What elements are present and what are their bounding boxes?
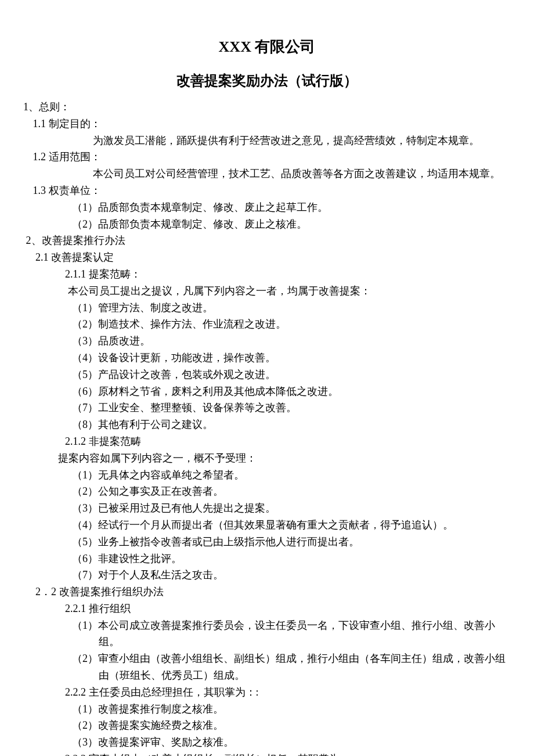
section-2-1-heading: 2.1 改善提案认定 xyxy=(23,249,511,266)
section-2-2-2-heading: 2.2.2 主任委员由总经理担任，其职掌为：: xyxy=(23,684,511,701)
section-1-heading: 1、总则： xyxy=(23,99,511,116)
list-item: （5）产品设计之改善，包装或外观之改进。 xyxy=(23,366,511,383)
list-item: （1）品质部负责本规章制定、修改、废止之起草工作。 xyxy=(23,199,511,216)
list-item: （2）审查小组由（改善小组组长、副组长）组成，推行小组由（各车间主任）组成，改善… xyxy=(23,650,511,684)
section-2-1-1-intro: 本公司员工提出之提议，凡属下列内容之一者，均属于改善提案： xyxy=(23,283,511,300)
list-item: （4）经试行一个月从而提出者（但其效果显著确有重大之贡献者，得予追追认）。 xyxy=(23,517,511,534)
section-2-1-2-heading: 2.1.2 非提案范畴 xyxy=(23,433,511,450)
section-1-1-heading: 1.1 制定目的： xyxy=(23,116,511,132)
list-item: （5）业务上被指令改善者或已由上级指示他人进行而提出者。 xyxy=(23,534,511,550)
section-2-1-1-heading: 2.1.1 提案范畴： xyxy=(23,266,511,283)
section-1-1-body: 为激发员工潜能，踊跃提供有利于经营改进之意见，提高经营绩效，特制定本规章。 xyxy=(23,132,511,149)
section-2-heading: 2、改善提案推行办法 xyxy=(23,232,511,249)
section-1-2-heading: 1.2 适用范围： xyxy=(23,149,511,165)
list-item: （7）对于个人及私生活之攻击。 xyxy=(23,567,511,584)
list-item: （3）已被采用过及已有他人先提出之提案。 xyxy=(23,500,511,517)
section-1-3-heading: 1.3 权责单位： xyxy=(23,182,511,199)
document-title-main: XXX 有限公司 xyxy=(23,35,511,59)
section-1-2-body: 本公司员工对公司经营管理，技术工艺、品质改善等各方面之改善建议，均适用本规章。 xyxy=(23,165,511,182)
list-item: （2）品质部负责本规章制定、修改、废止之核准。 xyxy=(23,216,511,233)
document-title-sub: 改善提案奖励办法（试行版） xyxy=(23,70,511,92)
list-item: （4）设备设计更新，功能改进，操作改善。 xyxy=(23,350,511,366)
list-item: （1）管理方法、制度之改进。 xyxy=(23,300,511,316)
section-2-1-2-intro: 提案内容如属下列内容之一，概不予受理： xyxy=(23,450,511,467)
section-2-2-1-heading: 2.2.1 推行组织 xyxy=(23,600,511,617)
list-item: （2）制造技术、操作方法、作业流程之改进。 xyxy=(23,316,511,333)
list-item: （6）非建设性之批评。 xyxy=(23,550,511,567)
list-item: （2）改善提案实施经费之核准。 xyxy=(23,717,511,734)
list-item: （1）无具体之内容或单纯之希望者。 xyxy=(23,467,511,484)
list-item: （7）工业安全、整理整顿、设备保养等之改善。 xyxy=(23,399,511,416)
list-item: （2）公知之事实及正在改善者。 xyxy=(23,483,511,500)
list-item: （3）改善提案评审、奖励之核准。 xyxy=(23,734,511,751)
list-item: （1）本公司成立改善提案推行委员会，设主任委员一名，下设审查小组、推行小组、改善… xyxy=(23,617,511,651)
section-2-2-heading: 2．2 改善提案推行组织办法 xyxy=(23,584,511,600)
section-2-2-3-heading: 2.2.3 审查小组由（改善小组组长、副组长）担任，其职掌为： xyxy=(23,751,511,756)
list-item: （3）品质改进。 xyxy=(23,333,511,350)
list-item: （6）原材料之节省，废料之利用及其他成本降低之改进。 xyxy=(23,383,511,400)
list-item: （8）其他有利于公司之建议。 xyxy=(23,416,511,433)
list-item: （1）改善提案推行制度之核准。 xyxy=(23,701,511,718)
